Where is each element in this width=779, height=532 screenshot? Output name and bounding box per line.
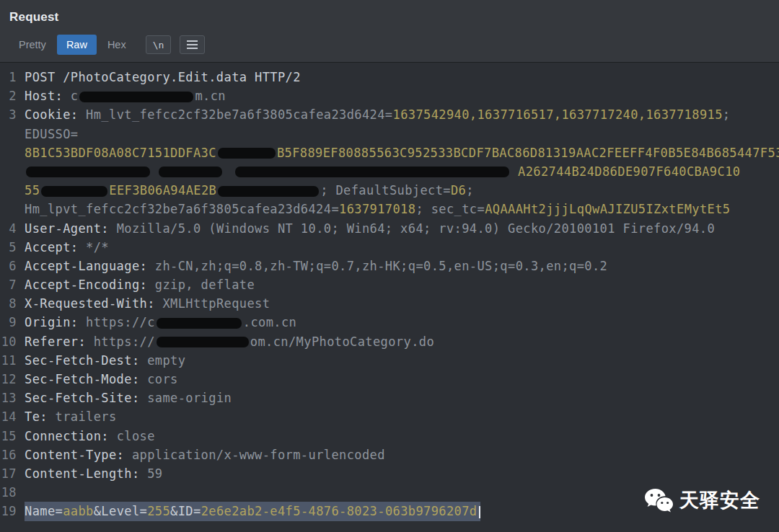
line-text: Accept-Language: zh-CN,zh;q=0.8,zh-TW;q=…	[25, 257, 607, 275]
redaction	[218, 148, 276, 159]
editor-menu-button[interactable]	[180, 35, 205, 54]
request-line[interactable]: 7Accept-Encoding: gzip, deflate	[0, 275, 779, 294]
line-number: 17	[0, 464, 22, 483]
request-line[interactable]: 10Referer: https://om.cn/MyPhotoCategory…	[0, 332, 779, 351]
request-line[interactable]: 15Connection: close	[0, 427, 779, 445]
request-line[interactable]: 6Accept-Language: zh-CN,zh;q=0.8,zh-TW;q…	[0, 257, 779, 275]
token-param: B5F889EF80885563C952533BCDF7BAC86D81319A…	[277, 146, 779, 160]
tab-raw[interactable]: Raw	[57, 35, 97, 55]
request-line[interactable]: 3Cookie: Hm_lvt_fefcc2cf32be7a6f3805cafe…	[0, 105, 779, 124]
tab-pretty[interactable]: Pretty	[9, 35, 56, 55]
token-value: ;	[320, 183, 335, 198]
token-name: POST /PhotoCategory.Edit.data HTTP/2	[25, 70, 301, 84]
request-line[interactable]: 11Sec-Fetch-Dest: empty	[0, 351, 779, 370]
line-text: Origin: https://c.com.cn	[25, 313, 296, 332]
token-name: X-Requested-With:	[25, 296, 162, 311]
line-text: Content-Type: application/x-www-form-url…	[25, 445, 385, 464]
line-number: 13	[0, 389, 22, 407]
token-value: */*	[86, 240, 109, 254]
line-text: POST /PhotoCategory.Edit.data HTTP/2	[25, 68, 301, 87]
token-value: c	[71, 89, 79, 103]
token-value: same-origin	[147, 391, 232, 405]
token-value: .com.cn	[243, 315, 296, 329]
request-line[interactable]: 4User-Agent: Mozilla/5.0 (Windows NT 10.…	[0, 219, 779, 238]
token-param: aabb	[63, 504, 94, 518]
token-name: Accept:	[25, 240, 86, 254]
line-number: 15	[0, 427, 22, 445]
request-line[interactable]: 8X-Requested-With: XMLHttpRequest	[0, 294, 779, 313]
line-text: Host: cm.cn	[25, 87, 226, 105]
line-number: 7	[0, 275, 22, 294]
token-value: 59	[147, 466, 162, 481]
request-line[interactable]: 16Content-Type: application/x-www-form-u…	[0, 445, 779, 464]
line-text: Sec-Fetch-Mode: cors	[25, 370, 178, 389]
request-line[interactable]: A262744B24D86DE907F640CBA9C10	[0, 162, 779, 181]
request-line[interactable]: 2Host: cm.cn	[0, 87, 779, 105]
request-line[interactable]: 9Origin: https://c.com.cn	[0, 313, 779, 332]
token-param: D6	[451, 183, 466, 198]
line-text: Cookie: Hm_lvt_fefcc2cf32be7a6f3805cafea…	[25, 105, 730, 124]
line-text: EDUSSO=	[25, 125, 78, 143]
line-text: Content-Length: 59	[25, 464, 162, 483]
panel-title: Request	[9, 10, 770, 25]
token-name: Sec-Fetch-Site:	[25, 391, 147, 405]
token-value: ;	[723, 107, 731, 122]
line-number: 9	[0, 313, 22, 332]
line-number	[0, 125, 22, 143]
token-value: application/x-www-form-urlencoded	[132, 448, 385, 462]
request-line[interactable]: 8B1C53BDF08A08C7151DDFA3CB5F889EF8088556…	[0, 143, 779, 162]
token-param: 1637917018	[339, 202, 415, 216]
request-editor[interactable]: 1POST /PhotoCategory.Edit.data HTTP/22Ho…	[0, 63, 779, 521]
token-value: cors	[147, 372, 178, 386]
tab-hex[interactable]: Hex	[98, 35, 136, 55]
token-name: &Level=	[94, 504, 147, 518]
token-param: A262744B24D86DE907F640CBA9C10	[518, 164, 740, 179]
request-line[interactable]: 13Sec-Fetch-Site: same-origin	[0, 389, 779, 407]
request-line[interactable]: EDUSSO=	[0, 125, 779, 143]
token-name: Content-Length:	[25, 466, 147, 481]
line-number: 18	[0, 483, 22, 502]
token-name: Content-Type:	[25, 448, 132, 462]
line-number	[0, 200, 22, 218]
line-number: 1	[0, 68, 22, 87]
line-text: Accept-Encoding: gzip, deflate	[25, 275, 255, 294]
token-param: 2e6e2ab2-e4f5-4876-8023-063b9796207d	[201, 504, 477, 518]
request-line[interactable]: 17Content-Length: 59	[0, 464, 779, 483]
token-value: sec_tc=	[431, 202, 485, 216]
request-line[interactable]: Hm_lpvt_fefcc2cf32be7a6f3805cafea23d6424…	[0, 200, 779, 218]
watermark: 天驿安全	[644, 487, 760, 513]
line-number: 2	[0, 87, 22, 105]
request-line[interactable]: 14Te: trailers	[0, 407, 779, 426]
line-number: 8	[0, 294, 22, 313]
watermark-text: 天驿安全	[679, 487, 760, 513]
token-param: AQAAAHt2jjjLqQwAJIZU5IZxtEMytEt5	[485, 202, 730, 216]
line-number: 6	[0, 257, 22, 275]
request-line[interactable]: 12Sec-Fetch-Mode: cors	[0, 370, 779, 389]
redaction	[235, 167, 509, 177]
token-name: Host:	[25, 89, 71, 103]
request-line[interactable]: 5Accept: */*	[0, 238, 779, 257]
token-name: Cookie:	[25, 107, 86, 122]
token-name: &ID=	[170, 504, 201, 518]
line-text: Hm_lpvt_fefcc2cf32be7a6f3805cafea23d6424…	[25, 200, 730, 218]
token-value: DefaultSubject=	[335, 183, 451, 198]
token-value: ;	[466, 183, 474, 198]
token-param: 8B1C53BDF08A08C7151DDFA3C	[25, 146, 216, 160]
token-value: Mozilla/5.0 (Windows NT 10.0; Win64; x64…	[117, 221, 716, 236]
token-value: https://c	[86, 315, 155, 329]
line-text: Sec-Fetch-Site: same-origin	[25, 389, 232, 407]
request-line[interactable]: 55EEF3B06A94AE2B; DefaultSubject=D6;	[0, 181, 779, 200]
token-value: om.cn/MyPhotoCategory.do	[250, 334, 434, 349]
token-name: User-Agent:	[25, 221, 117, 236]
token-name: Sec-Fetch-Dest:	[25, 353, 147, 368]
newline-toggle-button[interactable]: \n	[146, 35, 172, 54]
line-text: Connection: close	[25, 427, 155, 445]
token-value: gzip, deflate	[155, 278, 255, 292]
request-line[interactable]: 1POST /PhotoCategory.Edit.data HTTP/2	[0, 68, 779, 87]
token-value: Hm_lpvt_fefcc2cf32be7a6f3805cafea23d6424…	[25, 202, 339, 216]
redaction	[79, 92, 193, 102]
token-param: EEF3B06A94AE2B	[109, 183, 216, 198]
text-caret	[479, 506, 480, 518]
token-name: Name=	[25, 504, 63, 518]
token-value: zh-CN,zh;q=0.8,zh-TW;q=0.7,zh-HK;q=0.5,e…	[155, 259, 607, 273]
